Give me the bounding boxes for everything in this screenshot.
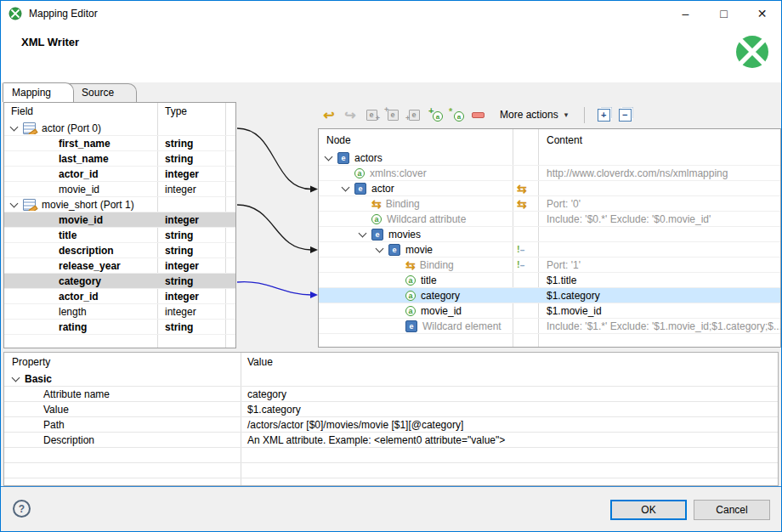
node-label: actors <box>354 152 382 164</box>
field-table: Field Type actor (Port 0)first_namestrin… <box>3 102 236 348</box>
field-record-row-actor-port-0[interactable]: actor (Port 0) <box>4 121 235 136</box>
field-type: integer <box>157 184 225 195</box>
binding-indicator-cell: ⇆ <box>513 198 538 210</box>
expand-chevron-icon[interactable] <box>325 152 333 161</box>
field-type: string <box>157 153 225 165</box>
expand-all-icon[interactable]: + <box>595 106 612 123</box>
node-row-category[interactable]: acategory$1.category <box>319 288 780 303</box>
expand-chevron-icon[interactable] <box>12 373 20 382</box>
expand-chevron-icon[interactable] <box>376 244 384 252</box>
property-row-value[interactable]: Value$1.category <box>4 402 778 417</box>
property-row-path[interactable]: Path/actors/actor [$0]/movies/movie [$1]… <box>4 417 778 433</box>
column-header-node: Node <box>326 134 351 146</box>
help-button[interactable]: ? <box>13 500 31 518</box>
field-row-category[interactable]: categorystring <box>4 274 235 289</box>
node-row-actor[interactable]: eactor⇆ <box>319 181 780 196</box>
field-label: actor_id <box>59 168 99 180</box>
expand-chevron-icon[interactable] <box>359 229 367 237</box>
field-row-release-year[interactable]: release_yearinteger <box>4 258 235 274</box>
field-type: string <box>157 275 225 287</box>
node-label: movie_id <box>421 305 462 317</box>
collapse-all-icon[interactable]: − <box>616 106 633 123</box>
node-content: $1.title <box>538 274 780 286</box>
property-value: category <box>241 388 778 400</box>
field-cell: actor_id <box>4 291 157 303</box>
node-row-xmlns-clover[interactable]: axmlns:cloverhttp://www.cloverdx.com/ns/… <box>319 166 780 181</box>
field-row-title[interactable]: titlestring <box>4 228 235 243</box>
redo-icon: ↪ <box>342 106 359 123</box>
node-cell: atitle <box>319 274 513 286</box>
node-label: Binding <box>386 198 420 210</box>
field-row-first-name[interactable]: first_namestring <box>4 136 235 151</box>
node-label: Wildcard element <box>422 320 502 332</box>
undo-icon[interactable]: ↩ <box>320 106 337 123</box>
record-icon <box>23 122 36 134</box>
element-icon: e <box>388 244 400 256</box>
node-row-binding[interactable]: ⇆Binding!--Port: '1' <box>319 258 780 273</box>
clover-app-icon <box>8 7 22 20</box>
property-group-basic[interactable]: Basic <box>4 371 778 387</box>
minimize-button[interactable]: – <box>666 1 705 26</box>
maximize-button[interactable]: □ <box>705 1 743 26</box>
column-header-value: Value <box>247 356 273 368</box>
column-header-property: Property <box>12 356 50 368</box>
binding-icon: ⇆ <box>517 198 527 210</box>
node-cell: ⇆Binding <box>319 198 513 210</box>
field-type: string <box>157 138 225 150</box>
field-row-rating[interactable]: ratingstring <box>4 320 235 335</box>
field-row-last-name[interactable]: last_namestring <box>4 151 235 167</box>
node-label: title <box>421 274 437 286</box>
node-row-wildcard-element[interactable]: eWildcard elementInclude: '$1.*' Exclude… <box>319 319 780 334</box>
node-row-movie-id[interactable]: amovie_id$1.movie_id <box>319 303 780 319</box>
field-row-actor-id[interactable]: actor_idinteger <box>4 167 235 182</box>
node-row-title[interactable]: atitle$1.title <box>319 273 780 288</box>
field-row-length[interactable]: lengthinteger <box>4 304 235 320</box>
node-content: $1.movie_id <box>538 305 780 317</box>
field-label: description <box>59 245 114 257</box>
field-type: integer <box>157 291 225 303</box>
node-cell: eactors <box>319 152 513 164</box>
node-cell: ⇆Binding <box>319 259 513 271</box>
element-icon: e <box>405 320 417 332</box>
binding-icon: ⇆ <box>517 183 527 195</box>
element-icon: e <box>354 183 366 195</box>
toolbar-separator <box>584 107 585 123</box>
field-cell: title <box>4 229 157 241</box>
node-row-movie[interactable]: emovie!-- <box>319 242 780 258</box>
close-button[interactable]: ✕ <box>743 1 781 26</box>
node-row-binding[interactable]: ⇆Binding⇆Port: '0' <box>319 196 780 212</box>
property-row-description[interactable]: DescriptionAn XML attribute. Example: <e… <box>4 433 778 448</box>
property-row-attribute-name[interactable]: Attribute namecategory <box>4 387 778 402</box>
element-icon: e <box>337 152 349 164</box>
cancel-button[interactable]: Cancel <box>694 500 770 520</box>
field-cell: movie_id <box>4 184 157 195</box>
partition-indicator-icon: !-- <box>517 245 524 254</box>
field-row-actor-id[interactable]: actor_idinteger <box>4 289 235 304</box>
tab-bar: Mapping Source <box>3 82 137 102</box>
field-row-movie-id[interactable]: movie_idinteger <box>4 212 235 228</box>
tab-source[interactable]: Source <box>65 83 137 102</box>
remove-icon[interactable] <box>469 106 486 123</box>
more-actions-button[interactable]: More actions▾ <box>494 106 574 123</box>
add-attribute-icon[interactable]: +a <box>427 106 444 123</box>
field-row-description[interactable]: descriptionstring <box>4 243 235 258</box>
field-record-row-movie-short-port-1[interactable]: movie_short (Port 1) <box>4 197 235 212</box>
field-type: integer <box>157 168 225 180</box>
field-label: title <box>59 229 76 241</box>
node-content: Port: '0' <box>538 198 780 210</box>
attribute-icon: a <box>405 291 416 301</box>
add-wildcard-attribute-icon[interactable]: *a <box>448 106 465 123</box>
node-row-wildcard-attribute[interactable]: aWildcard attributeInclude: '$0.*' Exclu… <box>319 212 780 227</box>
expand-chevron-icon[interactable] <box>342 183 350 191</box>
property-table-rows: Basic Attribute namecategoryValue$1.cate… <box>4 371 778 478</box>
expand-chevron-icon[interactable] <box>10 122 19 131</box>
field-row-movie-id[interactable]: movie_idinteger <box>4 182 235 197</box>
expand-chevron-icon[interactable] <box>10 199 19 207</box>
field-label: movie_short (Port 1) <box>42 199 134 211</box>
ok-button[interactable]: OK <box>610 500 687 520</box>
tab-mapping[interactable]: Mapping <box>3 82 74 102</box>
node-row-movies[interactable]: emovies <box>319 227 780 242</box>
add-element-before-icon: e+ <box>384 106 401 123</box>
property-empty-row <box>4 448 778 463</box>
node-row-actors[interactable]: eactors <box>319 150 780 166</box>
